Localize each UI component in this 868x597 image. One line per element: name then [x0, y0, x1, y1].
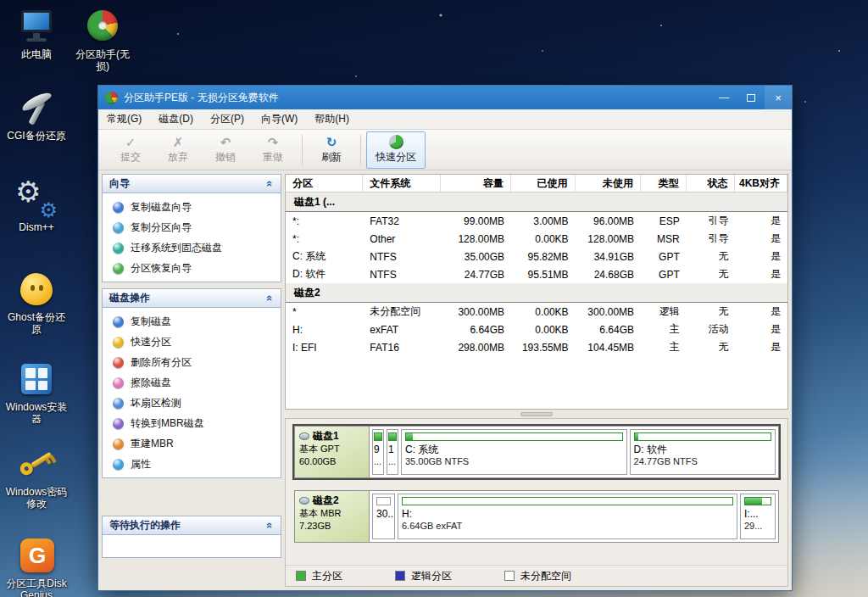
- desktop-icon-windows-installer[interactable]: Windows安装器: [3, 360, 70, 425]
- disk2-group-row[interactable]: 磁盘2: [286, 283, 787, 303]
- properties-icon: [113, 459, 124, 470]
- collapse-icon[interactable]: «: [264, 520, 276, 532]
- item-label: 属性: [131, 457, 151, 471]
- cgi-backup-icon: [17, 88, 56, 127]
- sidebar-item-properties[interactable]: 属性: [103, 454, 281, 474]
- sidebar-item-rebuild-mbr[interactable]: 重建MBR: [103, 433, 281, 454]
- partition-box-unallocated[interactable]: 30...: [372, 494, 395, 539]
- quick-partition-button[interactable]: 快速分区: [366, 131, 426, 169]
- undo-button[interactable]: ↶ 撤销: [202, 131, 249, 169]
- section-wizards-header[interactable]: 向导 «: [103, 175, 281, 193]
- refresh-label: 刷新: [321, 150, 342, 165]
- quick-partition-icon: [389, 135, 403, 149]
- section-title: 等待执行的操作: [109, 518, 181, 533]
- commit-button[interactable]: ✓ 提交: [107, 131, 154, 169]
- sidebar-item-bad-sector-check[interactable]: 坏扇区检测: [103, 393, 281, 413]
- partition-box-h[interactable]: H: 6.64GB exFAT: [398, 494, 737, 539]
- wipe-disk-icon: [113, 377, 124, 388]
- menu-wizard[interactable]: 向导(W): [253, 109, 306, 129]
- menu-partition[interactable]: 分区(P): [202, 109, 253, 129]
- table-row[interactable]: *: FAT32 99.00MB 3.00MB 96.00MB ESP 引导 是: [286, 212, 787, 230]
- partition-sub: 29...: [744, 520, 771, 532]
- cell-capacity: 128.00MB: [441, 233, 511, 245]
- partition-box-i[interactable]: I:... 29...: [740, 494, 776, 539]
- disk1-row[interactable]: 磁盘1 基本 GPT 60.00GB 9 ... 1 ..: [294, 426, 779, 478]
- desktop-icon-cgi-backup[interactable]: CGI备份还原: [3, 88, 70, 142]
- cell-status: 无: [687, 249, 736, 264]
- close-button[interactable]: ×: [765, 86, 792, 109]
- refresh-button[interactable]: ↻ 刷新: [308, 131, 355, 169]
- splitter-grip[interactable]: [520, 412, 553, 416]
- col-capacity[interactable]: 容量: [441, 175, 511, 192]
- sidebar-item-wipe-disk[interactable]: 擦除磁盘: [103, 372, 281, 393]
- table-row[interactable]: D: 软件 NTFS 24.77GB 95.51MB 24.68GB GPT 无…: [286, 265, 787, 283]
- discard-button[interactable]: ✗ 放弃: [154, 131, 202, 169]
- col-filesystem[interactable]: 文件系统: [363, 175, 440, 192]
- menu-general[interactable]: 常规(G): [98, 109, 150, 129]
- legend: 主分区 逻辑分区 未分配空间: [285, 565, 788, 587]
- partition-box-esp[interactable]: 9 ...: [372, 429, 384, 475]
- desktop-icon-partition-assistant[interactable]: 分区助手(无损): [70, 7, 136, 72]
- desktop-icon-dism[interactable]: ⚙⚙ Dism++: [3, 180, 70, 233]
- partition-box-c[interactable]: C: 系统 35.00GB NTFS: [401, 429, 627, 475]
- sidebar-item-migrate-os-to-ssd[interactable]: 迁移系统到固态磁盘: [103, 237, 281, 258]
- col-status[interactable]: 状态: [687, 175, 736, 192]
- disk-name: 磁盘2: [313, 494, 339, 507]
- titlebar[interactable]: 分区助手PE版 - 无损分区免费软件 — ×: [98, 86, 792, 109]
- table-row[interactable]: C: 系统 NTFS 35.00GB 95.82MB 34.91GB GPT 无…: [286, 248, 787, 265]
- cell-status: 引导: [687, 214, 736, 228]
- partition-box-d[interactable]: D: 软件 24.77GB NTFS: [630, 429, 776, 475]
- disk2-row[interactable]: 磁盘2 基本 MBR 7.23GB 30... H: 6: [294, 490, 779, 543]
- toolbar: ✓ 提交 ✗ 放弃 ↶ 撤销 ↷ 重做 ↻ 刷新 快速分区: [98, 130, 792, 170]
- disk2-label[interactable]: 磁盘2 基本 MBR 7.23GB: [295, 491, 370, 542]
- cell-unused: 128.00MB: [576, 233, 641, 245]
- disk1-label[interactable]: 磁盘1 基本 GPT 60.00GB: [295, 427, 370, 477]
- menu-help[interactable]: 帮助(H): [306, 109, 358, 129]
- desktop-icon-diskgenius[interactable]: G 分区工具DiskGenius: [3, 536, 70, 597]
- desktop-icon-this-pc[interactable]: 此电脑: [3, 7, 70, 60]
- redo-button[interactable]: ↷ 重做: [249, 131, 297, 169]
- maximize-button[interactable]: [737, 86, 765, 109]
- desktop-icon-ghost-backup[interactable]: Ghost备份还原: [3, 270, 70, 335]
- minimize-button[interactable]: —: [710, 86, 737, 109]
- table-row[interactable]: * 未分配空间 300.00MB 0.00KB 300.00MB 逻辑 无 是: [286, 303, 787, 321]
- convert-to-mbr-icon: [113, 418, 124, 429]
- col-partition[interactable]: 分区: [286, 175, 363, 192]
- logical-partition-swatch: [395, 571, 405, 581]
- diskgenius-glyph: G: [20, 538, 54, 572]
- col-used[interactable]: 已使用: [511, 175, 575, 192]
- section-disk-operations-header[interactable]: 磁盘操作 «: [103, 289, 281, 308]
- partition-box-msr[interactable]: 1 ...: [387, 429, 398, 475]
- cell-unused: 34.91GB: [576, 251, 641, 263]
- collapse-icon[interactable]: «: [264, 178, 276, 190]
- table-row[interactable]: H: exFAT 6.64GB 0.00KB 6.64GB 主 活动 是: [286, 321, 787, 338]
- col-unused[interactable]: 未使用: [576, 175, 641, 192]
- table-row[interactable]: *: Other 128.00MB 0.00KB 128.00MB MSR 引导…: [286, 230, 787, 248]
- sidebar-item-copy-disk[interactable]: 复制磁盘: [103, 311, 281, 332]
- desktop-icon-windows-password[interactable]: Windows密码修改: [3, 444, 70, 510]
- sidebar-item-convert-to-mbr[interactable]: 转换到MBR磁盘: [103, 413, 281, 433]
- sidebar-item-copy-partition-wizard[interactable]: 复制分区向导: [103, 217, 281, 237]
- partition-title: 1: [388, 444, 397, 455]
- pending-operations-list[interactable]: [103, 535, 281, 557]
- usage-bar: [634, 432, 771, 441]
- disk-size: 60.00GB: [299, 455, 364, 468]
- table-row[interactable]: I: EFI FAT16 298.00MB 193.55MB 104.45MB …: [286, 338, 787, 356]
- col-4kb-aligned[interactable]: 4KB对齐: [735, 175, 787, 192]
- delete-all-partitions-icon: [113, 357, 124, 368]
- sidebar-item-delete-all-partitions[interactable]: 删除所有分区: [103, 352, 281, 372]
- sidebar-item-copy-disk-wizard[interactable]: 复制磁盘向导: [103, 197, 281, 217]
- col-type[interactable]: 类型: [641, 175, 687, 192]
- cell-4kb: 是: [735, 249, 787, 264]
- cell-filesystem: Other: [363, 233, 440, 245]
- panel-splitter[interactable]: [285, 410, 788, 418]
- section-pending-operations-header[interactable]: 等待执行的操作 «: [103, 516, 281, 535]
- collapse-icon[interactable]: «: [264, 293, 276, 304]
- disk-map: 磁盘1 基本 GPT 60.00GB 9 ... 1 ..: [285, 418, 788, 565]
- sidebar-item-partition-recovery-wizard[interactable]: 分区恢复向导: [103, 258, 281, 278]
- disk1-group-row[interactable]: 磁盘1 (...: [286, 192, 787, 212]
- menu-disk[interactable]: 磁盘(D): [150, 109, 202, 129]
- main-panel: 分区 文件系统 容量 已使用 未使用 类型 状态 4KB对齐 磁盘1 (... …: [285, 174, 788, 587]
- sidebar-item-quick-partition[interactable]: 快速分区: [103, 332, 281, 352]
- discard-x-icon: ✗: [173, 135, 184, 149]
